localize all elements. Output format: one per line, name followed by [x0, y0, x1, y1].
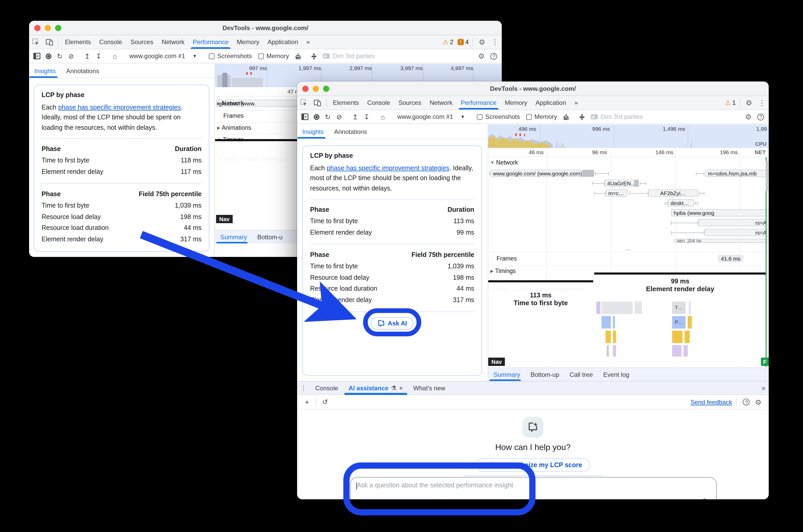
tab-insights[interactable]: Insights	[297, 125, 329, 138]
tab-elements[interactable]: Elements	[61, 35, 95, 49]
settings-gear-icon[interactable]: ⚙	[475, 52, 488, 60]
tab-summary[interactable]: Summary	[215, 230, 252, 243]
track-frames[interactable]: Frames	[496, 255, 517, 262]
network-request-bar[interactable]: deskt…	[668, 199, 694, 207]
record-icon[interactable]	[42, 50, 54, 62]
tab-whats-new[interactable]: What's new	[408, 381, 450, 395]
zoom-window-icon[interactable]	[55, 25, 61, 31]
tab-sources[interactable]: Sources	[394, 96, 425, 110]
tab-event-log[interactable]: Event log	[598, 368, 635, 381]
page-selector[interactable]: www.google.com #1▼	[125, 53, 201, 60]
send-message-icon[interactable]	[702, 496, 712, 499]
help-icon[interactable]: ?	[743, 399, 750, 405]
warnings-badge[interactable]: ⚠2	[441, 35, 456, 49]
element-render-delay-overlay[interactable]: 99 ms Element render delay T… P…	[594, 272, 766, 366]
more-tabs-icon[interactable]: »	[302, 35, 314, 49]
new-chat-icon[interactable]: +	[301, 396, 313, 408]
inspect-icon[interactable]	[297, 96, 311, 110]
tab-ai-assistance[interactable]: AI assistance ⚗ ×	[343, 381, 408, 395]
network-request-bar[interactable]: gen_204 (w	[674, 239, 769, 243]
tab-bottom-up[interactable]: Bottom-up	[525, 368, 565, 381]
network-request-bar[interactable]: 4UaGrEN…	[605, 179, 639, 187]
track-network[interactable]: ▶ Network	[217, 100, 244, 107]
record-icon[interactable]	[311, 111, 322, 122]
timeline-tracks[interactable]: 46 ms 96 ms 146 ms 196 ms NET ▼ Network …	[488, 148, 769, 381]
help-icon[interactable]: ?	[490, 53, 497, 59]
zoom-window-icon[interactable]	[323, 86, 329, 92]
inspect-icon[interactable]	[29, 35, 42, 49]
memory-checkbox[interactable]: Memory	[523, 113, 560, 120]
network-request-bar[interactable]: AF2bZyi…	[648, 189, 698, 197]
tab-elements[interactable]: Elements	[329, 96, 363, 110]
network-request-bar[interactable]: www.google.com/ (www.google.com)	[490, 170, 594, 177]
toggle-sidebar-icon[interactable]	[299, 111, 311, 122]
tab-annotations[interactable]: Annotations	[61, 64, 104, 78]
tab-network[interactable]: Network	[158, 35, 188, 49]
tab-sources[interactable]: Sources	[126, 35, 158, 49]
send-feedback-link[interactable]: Send feedback	[691, 398, 732, 406]
minimize-window-icon[interactable]	[45, 25, 51, 31]
network-request-bar[interactable]: m=cdos,hsm,jsa,mb	[705, 170, 769, 177]
tab-application[interactable]: Application	[531, 96, 570, 110]
close-tab-icon[interactable]: ×	[399, 384, 403, 392]
expand-track-handle[interactable]: …	[488, 245, 769, 252]
tab-summary[interactable]: Summary	[488, 368, 525, 381]
clear-icon[interactable]: ⊘	[66, 50, 77, 62]
track-timings[interactable]: ▶ Timings	[490, 268, 516, 274]
reload-record-icon[interactable]: ↻	[54, 50, 66, 62]
tab-performance[interactable]: Performance	[457, 96, 500, 110]
collapse-tracks-icon[interactable]	[576, 111, 588, 122]
screenshots-checkbox[interactable]: Screenshots	[206, 53, 255, 60]
settings-gear-icon[interactable]: ⚙	[752, 398, 765, 406]
home-icon[interactable]: ⌂	[377, 111, 388, 122]
history-icon[interactable]: ↺	[320, 396, 331, 408]
improvement-strategies-link[interactable]: phase has specific improvement strategie…	[327, 165, 449, 172]
tab-console[interactable]: Console	[363, 96, 394, 110]
parse-flame-segment[interactable]: P…	[672, 316, 686, 328]
reload-record-icon[interactable]: ↻	[322, 111, 333, 122]
tab-performance[interactable]: Performance	[188, 35, 233, 49]
lcp-insight-card[interactable]: LCP by phase Each phase has specific imp…	[302, 145, 482, 376]
improvement-strategies-link[interactable]: phase has specific improvement strategie…	[58, 104, 181, 111]
timeline-overview[interactable]: 496 ms 996 ms 1,496 ms 1,99 CPU	[488, 125, 769, 148]
settings-gear-icon[interactable]: ⚙	[743, 96, 755, 110]
garbage-collect-icon[interactable]	[292, 50, 304, 62]
network-request-bar[interactable]: rs=A	[698, 219, 769, 226]
track-frames[interactable]: Frames	[223, 113, 243, 119]
memory-checkbox[interactable]: Memory	[255, 53, 292, 60]
track-animations[interactable]: ▶ Animations	[217, 125, 251, 131]
network-request-bar[interactable]: hpba (www.goog	[671, 209, 769, 216]
page-selector[interactable]: www.google.com #1▼	[393, 113, 469, 120]
help-icon[interactable]: ?	[757, 113, 764, 120]
screenshots-checkbox[interactable]: Screenshots	[474, 113, 523, 120]
warnings-badge[interactable]: ⚠1	[723, 96, 738, 110]
settings-gear-icon[interactable]: ⚙	[742, 113, 755, 121]
more-tabs-icon[interactable]: »	[570, 96, 582, 110]
tab-annotations[interactable]: Annotations	[329, 125, 372, 138]
tab-memory[interactable]: Memory	[233, 35, 263, 49]
device-toolbar-icon[interactable]	[42, 35, 56, 49]
tab-memory[interactable]: Memory	[501, 96, 532, 110]
close-drawer-icon[interactable]: ×	[758, 384, 769, 392]
garbage-collect-icon[interactable]	[560, 111, 571, 122]
network-request-bar[interactable]: m=c…	[606, 189, 627, 197]
dim-third-parties-toggle[interactable]: Dim 3rd parties	[588, 113, 646, 120]
close-window-icon[interactable]	[302, 86, 309, 92]
device-toolbar-icon[interactable]	[311, 96, 324, 110]
tab-console-drawer[interactable]: Console	[310, 381, 343, 395]
track-network[interactable]: ▼ Network	[490, 159, 518, 166]
tab-insights[interactable]: Insights	[29, 64, 61, 78]
tab-application[interactable]: Application	[263, 35, 302, 49]
task-flame-segment[interactable]: T…	[672, 302, 686, 314]
minimize-window-icon[interactable]	[313, 86, 319, 92]
close-window-icon[interactable]	[34, 25, 40, 31]
kebab-menu-icon[interactable]: ⋮	[297, 384, 310, 392]
vertical-scrollbar[interactable]	[766, 160, 768, 191]
upload-profile-icon[interactable]: ↥	[350, 111, 361, 122]
download-profile-icon[interactable]: ↧	[93, 50, 104, 62]
kebab-menu-icon[interactable]: ⋮	[755, 96, 769, 110]
settings-gear-icon[interactable]: ⚙	[475, 35, 488, 49]
tab-network[interactable]: Network	[425, 96, 457, 110]
network-request-bar[interactable]: rs=A	[704, 229, 769, 236]
upload-profile-icon[interactable]: ↥	[81, 50, 93, 62]
